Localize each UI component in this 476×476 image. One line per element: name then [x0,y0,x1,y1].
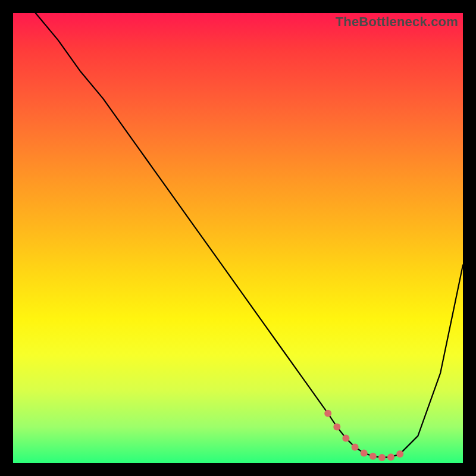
marker-dot [387,453,394,461]
optimal-zone-markers [324,410,403,461]
marker-dot [369,453,377,460]
plot-area: TheBottleneck.com [13,13,463,463]
marker-dot [333,424,340,431]
marker-dot [378,454,386,461]
marker-dot [342,434,349,441]
bottleneck-curve-line [36,13,463,458]
marker-dot [352,444,359,451]
marker-dot [396,450,403,458]
marker-dot [361,449,368,456]
chart-svg [13,13,463,463]
marker-dot [324,410,331,417]
chart-frame: TheBottleneck.com [0,0,476,476]
